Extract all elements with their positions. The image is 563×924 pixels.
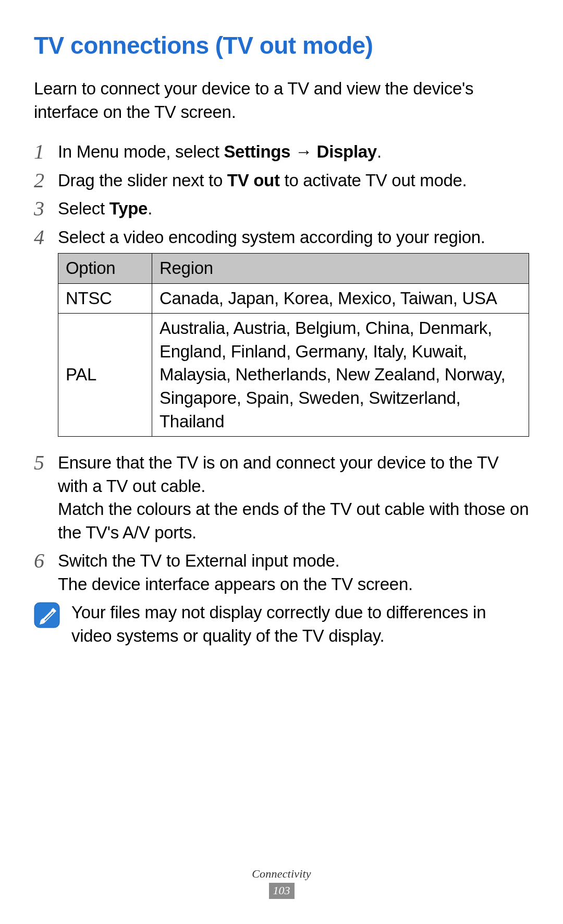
table-header: Option [58, 254, 152, 284]
step-number: 3 [34, 197, 58, 219]
step-4: 4 Select a video encoding system accordi… [34, 226, 529, 446]
section-heading: TV connections (TV out mode) [34, 31, 529, 59]
table-header: Region [152, 254, 529, 284]
text: . [148, 199, 152, 218]
step-number: 2 [34, 169, 58, 191]
instruction-list: 1 In Menu mode, select Settings → Displa… [34, 140, 529, 596]
text: Select a video encoding system according… [58, 227, 485, 247]
bold-text: Display [317, 142, 377, 161]
text: . [377, 142, 382, 161]
bold-text: TV out [227, 171, 280, 190]
note-text: Your files may not display correctly due… [71, 601, 529, 647]
step-number: 4 [34, 226, 58, 248]
table-cell: Australia, Austria, Belgium, China, Denm… [152, 314, 529, 437]
text: to activate TV out mode. [280, 171, 467, 190]
step-text: Drag the slider next to TV out to activa… [58, 169, 529, 193]
step-text: Select Type. [58, 197, 529, 221]
note-icon [34, 602, 60, 628]
region-table: Option Region NTSC Canada, Japan, Korea,… [58, 253, 529, 437]
text: In Menu mode, select [58, 142, 224, 161]
step-3: 3 Select Type. [34, 197, 529, 221]
note-callout: Your files may not display correctly due… [34, 601, 529, 647]
intro-paragraph: Learn to connect your device to a TV and… [34, 77, 529, 124]
step-number: 5 [34, 451, 58, 473]
text: Match the colours at the ends of the TV … [58, 498, 529, 544]
step-text: In Menu mode, select Settings → Display. [58, 140, 529, 164]
table-header-row: Option Region [58, 254, 529, 284]
footer-section-label: Connectivity [0, 867, 563, 881]
step-number: 6 [34, 549, 58, 571]
bold-text: Type [109, 199, 148, 218]
page-number: 103 [269, 883, 295, 899]
step-text: Select a video encoding system according… [58, 226, 529, 446]
text: Ensure that the TV is on and connect you… [58, 451, 529, 498]
text: Switch the TV to External input mode. [58, 549, 529, 573]
step-2: 2 Drag the slider next to TV out to acti… [34, 169, 529, 193]
table-row: NTSC Canada, Japan, Korea, Mexico, Taiwa… [58, 283, 529, 314]
text: The device interface appears on the TV s… [58, 573, 529, 596]
table-cell: NTSC [58, 283, 152, 314]
table-cell: PAL [58, 314, 152, 437]
table-row: PAL Australia, Austria, Belgium, China, … [58, 314, 529, 437]
step-text: Ensure that the TV is on and connect you… [58, 451, 529, 544]
step-text: Switch the TV to External input mode. Th… [58, 549, 529, 596]
bold-text: Settings [224, 142, 290, 161]
step-number: 1 [34, 140, 58, 162]
page-footer: Connectivity 103 [0, 867, 563, 899]
step-5: 5 Ensure that the TV is on and connect y… [34, 451, 529, 544]
page: TV connections (TV out mode) Learn to co… [0, 0, 563, 924]
text: Select [58, 199, 109, 218]
step-6: 6 Switch the TV to External input mode. … [34, 549, 529, 596]
step-1: 1 In Menu mode, select Settings → Displa… [34, 140, 529, 164]
text: Drag the slider next to [58, 171, 227, 190]
table-cell: Canada, Japan, Korea, Mexico, Taiwan, US… [152, 283, 529, 314]
arrow-icon: → [290, 142, 316, 161]
